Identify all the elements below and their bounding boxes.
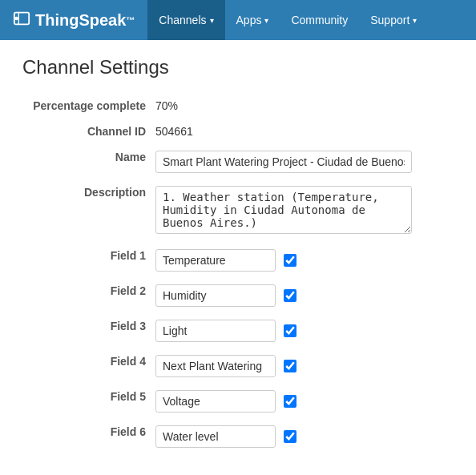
description-input-cell (151, 179, 454, 243)
nav-channels-caret: ▾ (210, 16, 214, 25)
nav-support-label: Support (370, 14, 409, 26)
channel-id-value: 504661 (151, 119, 454, 144)
field-6-row: Field 6 (22, 419, 454, 454)
channel-id-text: 504661 (155, 125, 193, 138)
name-input-cell (151, 144, 454, 179)
description-label: Description (22, 179, 151, 243)
nav-apps[interactable]: Apps ▾ (225, 0, 280, 40)
page-content: Channel Settings Percentage complete 70%… (0, 40, 476, 470)
percentage-row: Percentage complete 70% (22, 93, 454, 119)
field-6-input[interactable] (155, 425, 276, 448)
percentage-text: 70% (155, 99, 178, 112)
page-title: Channel Settings (22, 56, 454, 78)
field-6-checkbox[interactable] (284, 430, 296, 443)
nav-support-caret: ▾ (413, 16, 417, 25)
brand-trademark: ™ (126, 15, 135, 25)
nav-channels-label: Channels (159, 14, 206, 26)
description-row: Description (22, 179, 454, 243)
field-3-checkbox[interactable] (284, 324, 296, 337)
field-2-label: Field 2 (22, 278, 151, 313)
field-5-input[interactable] (155, 390, 276, 413)
field-2-input[interactable] (155, 284, 276, 307)
name-row: Name (22, 144, 454, 179)
channel-id-row: Channel ID 504661 (22, 119, 454, 144)
field-4-value-cell (151, 348, 454, 384)
name-input[interactable] (155, 151, 412, 173)
field-5-checkbox[interactable] (284, 395, 296, 408)
field-4-checkbox[interactable] (284, 360, 296, 372)
field-4-label: Field 4 (22, 348, 151, 384)
field-5-value-cell (151, 384, 454, 419)
nav-channels[interactable]: Channels ▾ (147, 0, 224, 40)
name-label: Name (22, 144, 151, 179)
field-6-label: Field 6 (22, 419, 151, 454)
svg-point-1 (15, 17, 18, 19)
nav-community-label: Community (291, 14, 348, 26)
field-3-input[interactable] (155, 320, 276, 342)
field-6-value-cell (151, 419, 454, 454)
field-4-row: Field 4 (22, 348, 454, 384)
field-2-row: Field 2 (22, 278, 454, 313)
field-2-value-cell (151, 278, 454, 313)
nav-apps-caret: ▾ (264, 16, 268, 25)
brand-icon (13, 10, 35, 31)
field-3-value-cell (151, 313, 454, 348)
field-1-row: Field 1 (22, 243, 454, 278)
brand-logo[interactable]: ThingSpeak™ (0, 0, 147, 40)
field-1-value-cell (151, 243, 454, 278)
percentage-value: 70% (151, 93, 454, 119)
field-1-checkbox[interactable] (284, 254, 296, 267)
field-5-row: Field 5 (22, 384, 454, 419)
field-4-input[interactable] (155, 355, 276, 377)
nav-support[interactable]: Support ▾ (359, 0, 428, 40)
field-1-input[interactable] (155, 249, 276, 272)
settings-table: Percentage complete 70% Channel ID 50466… (22, 93, 454, 454)
navbar: ThingSpeak™ Channels ▾ Apps ▾ Community … (0, 0, 476, 40)
brand-name: ThingSpeak (35, 11, 126, 30)
field-3-row: Field 3 (22, 313, 454, 348)
field-5-label: Field 5 (22, 384, 151, 419)
percentage-label: Percentage complete (22, 93, 151, 119)
field-1-label: Field 1 (22, 243, 151, 278)
description-textarea[interactable] (155, 186, 412, 234)
field-3-label: Field 3 (22, 313, 151, 348)
channel-id-label: Channel ID (22, 119, 151, 144)
nav-community[interactable]: Community (280, 0, 359, 40)
nav-apps-label: Apps (236, 14, 262, 26)
field-2-checkbox[interactable] (284, 289, 296, 302)
